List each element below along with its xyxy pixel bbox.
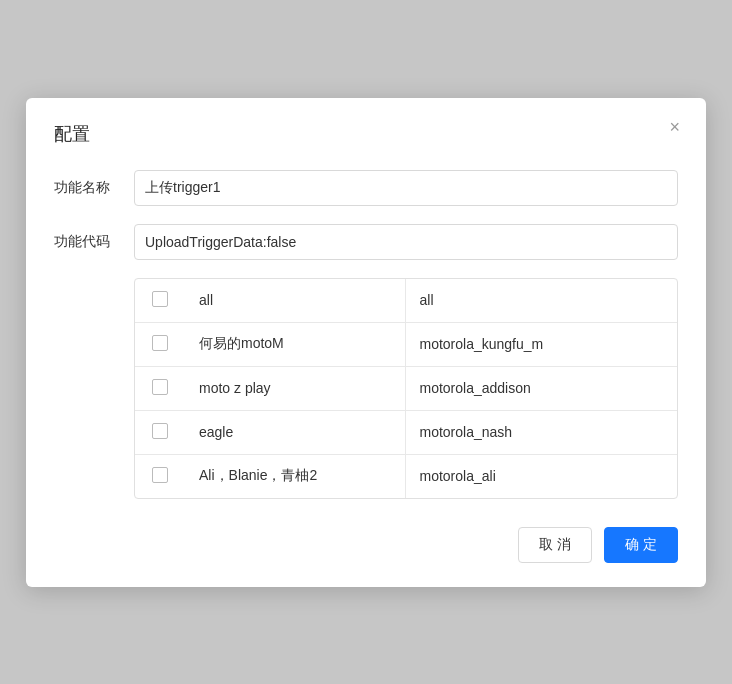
dialog-footer: 取 消 确 定 xyxy=(54,527,678,563)
table-row: 何易的motoMmotorola_kungfu_m xyxy=(135,322,677,366)
table-cell-checkbox xyxy=(135,322,185,366)
row-checkbox[interactable] xyxy=(152,423,168,439)
row-checkbox[interactable] xyxy=(152,467,168,483)
table-cell-code: motorola_kungfu_m xyxy=(405,322,677,366)
table-cell-checkbox xyxy=(135,454,185,498)
code-input[interactable] xyxy=(134,224,678,260)
code-row: 功能代码 xyxy=(54,224,678,260)
name-label: 功能名称 xyxy=(54,179,134,197)
dialog: 配置 × 功能名称 功能代码 allall何易的motoMmotorola_ku… xyxy=(26,98,706,587)
table-cell-code: motorola_ali xyxy=(405,454,677,498)
table-cell-checkbox xyxy=(135,279,185,323)
table-cell-code: motorola_addison xyxy=(405,366,677,410)
row-checkbox[interactable] xyxy=(152,335,168,351)
table-cell-name: 何易的motoM xyxy=(185,322,405,366)
name-input[interactable] xyxy=(134,170,678,206)
row-checkbox[interactable] xyxy=(152,379,168,395)
table-cell-code: all xyxy=(405,279,677,323)
table-cell-checkbox xyxy=(135,366,185,410)
table-cell-name: all xyxy=(185,279,405,323)
cancel-button[interactable]: 取 消 xyxy=(518,527,592,563)
device-table: allall何易的motoMmotorola_kungfu_mmoto z pl… xyxy=(135,279,677,498)
confirm-button[interactable]: 确 定 xyxy=(604,527,678,563)
table-row: allall xyxy=(135,279,677,323)
close-button[interactable]: × xyxy=(663,116,686,138)
table-cell-name: Ali，Blanie，青柚2 xyxy=(185,454,405,498)
device-table-wrapper: allall何易的motoMmotorola_kungfu_mmoto z pl… xyxy=(134,278,678,499)
row-checkbox[interactable] xyxy=(152,291,168,307)
table-cell-name: moto z play xyxy=(185,366,405,410)
name-row: 功能名称 xyxy=(54,170,678,206)
code-label: 功能代码 xyxy=(54,233,134,251)
table-row: moto z playmotorola_addison xyxy=(135,366,677,410)
dialog-overlay: 配置 × 功能名称 功能代码 allall何易的motoMmotorola_ku… xyxy=(0,0,732,684)
table-row: eaglemotorola_nash xyxy=(135,410,677,454)
table-cell-name: eagle xyxy=(185,410,405,454)
table-row: Ali，Blanie，青柚2motorola_ali xyxy=(135,454,677,498)
dialog-title: 配置 xyxy=(54,122,678,146)
table-cell-checkbox xyxy=(135,410,185,454)
table-cell-code: motorola_nash xyxy=(405,410,677,454)
